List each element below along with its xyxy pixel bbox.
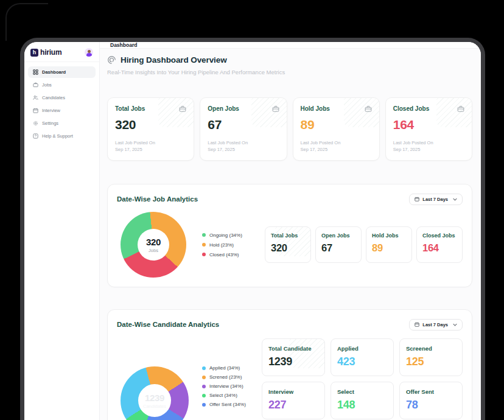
content: Hiring Dashboard Overview Real-Time Insi…: [100, 49, 481, 420]
sidebar-item-label: Help & Support: [42, 133, 73, 139]
topbar: Dashboard: [100, 42, 481, 49]
jobs-donut-chart: 320 Jobs: [121, 212, 186, 278]
sidebar-item-label: Interview: [42, 108, 60, 113]
job-analytics-panel: Date-Wise Job Analytics Last 7 Days 320 …: [107, 184, 472, 287]
job-range-label: Last 7 Days: [422, 197, 448, 202]
legend-dot: [202, 243, 206, 247]
jobs-legend: Ongoing (34%) Hold (23%) Closed (43%): [202, 233, 242, 257]
overview-heading: Hiring Dashboard Overview: [107, 55, 472, 65]
candidates-donut-chart: 1239 Candidates: [121, 366, 189, 420]
sidebar-item-jobs[interactable]: Jobs: [28, 79, 96, 91]
stat-card-title: Hold Jobs: [301, 105, 330, 112]
sidebar-item-candidates[interactable]: Candidates: [28, 92, 96, 103]
stat-card-note: Last Job Posted OnSep 17, 2025: [301, 140, 372, 153]
sidebar-item-dashboard[interactable]: Dashboard: [28, 66, 96, 78]
card-total-candidate: Total Candidate 1239: [262, 338, 325, 376]
stat-card-value: 164: [393, 117, 464, 132]
stat-card-title: Open Jobs: [208, 105, 239, 112]
stat-card-note: Last Job Posted OnSep 17, 2025: [208, 140, 279, 153]
sidebar-item-label: Settings: [42, 121, 58, 126]
candidate-analytics-title: Date-Wise Candidate Analytics: [117, 321, 219, 328]
stat-card-value: 67: [208, 117, 279, 132]
background-corner-accent: [5, 3, 48, 41]
briefcase-icon: [33, 82, 38, 88]
stat-card-note: Last Job Posted OnSep 17, 2025: [393, 140, 464, 153]
card-screened: Screened 125: [399, 338, 463, 376]
user-avatar[interactable]: [85, 48, 93, 57]
legend-item-hold: Hold (23%): [202, 242, 242, 248]
jobs-mini-cards: Total Jobs 320 Open Jobs 67 Hold Jobs 89: [265, 226, 463, 263]
mini-card-hold-jobs: Hold Jobs 89: [366, 226, 412, 263]
stat-card-hold-jobs: Hold Jobs 89 Last Job Posted OnSep 17, 2…: [293, 97, 380, 161]
overview-subtitle: Real-Time Insights Into Your Hiring Pipe…: [107, 69, 472, 75]
job-analytics-title: Date-Wise Job Analytics: [117, 195, 198, 203]
candidates-donut-value: 1239: [145, 393, 164, 403]
briefcase-icon: [457, 105, 464, 113]
legend-item-select: Select (34%): [202, 393, 246, 398]
legend-item-ongoing: Ongoing (34%): [202, 233, 242, 238]
brand-name: hirium: [40, 48, 61, 57]
candidate-analytics-panel: Date-Wise Candidate Analytics Last 7 Day…: [107, 309, 472, 420]
legend-dot: [202, 403, 206, 407]
legend-dot: [202, 366, 206, 370]
gear-icon: [33, 121, 38, 126]
chevron-down-icon: [453, 323, 457, 326]
help-icon: [33, 133, 38, 139]
candidate-range-label: Last 7 Days: [422, 322, 448, 327]
legend-dot: [202, 376, 206, 379]
sidebar-item-help[interactable]: Help & Support: [28, 130, 96, 142]
calendar-icon: [415, 197, 419, 201]
sidebar-item-interview[interactable]: Interview: [28, 105, 96, 116]
legend-dot: [202, 394, 206, 397]
candidate-range-dropdown[interactable]: Last 7 Days: [409, 319, 463, 331]
stat-card-value: 89: [301, 117, 372, 132]
stat-card-total-jobs: Total Jobs 320 Last Job Posted OnSep 17,…: [107, 97, 194, 161]
legend-item-offer-sent: Offer Sent (34%): [202, 402, 246, 407]
card-interview: Interview 227: [262, 382, 325, 419]
calendar-icon: [415, 322, 419, 327]
legend-item-screened: Screned (23%): [202, 374, 246, 380]
calendar-icon: [33, 108, 38, 113]
sidebar-item-settings[interactable]: Settings: [28, 117, 96, 129]
legend-item-closed: Closed (43%): [202, 252, 242, 257]
grid-icon: [33, 69, 38, 75]
briefcase-icon: [179, 105, 186, 113]
sidebar: h hirium Dashboard Jobs Candidates Inter…: [24, 42, 100, 420]
mini-card-total-jobs: Total Jobs 320: [265, 226, 311, 263]
sidebar-nav: Dashboard Jobs Candidates Interview Sett…: [24, 62, 99, 147]
logo-icon: h: [30, 49, 38, 57]
candidates-donut-label: Candidates: [143, 404, 166, 409]
legend-dot: [202, 385, 206, 388]
main-area: Dashboard Hiring Dashboard Overview Real…: [100, 42, 481, 420]
card-offer-sent: Offer Sent 78: [399, 382, 463, 419]
sidebar-item-label: Dashboard: [42, 69, 66, 75]
card-select: Select 148: [331, 382, 394, 419]
logo-row: h hirium: [24, 42, 99, 62]
overview-title: Hiring Dashboard Overview: [121, 55, 227, 65]
page-title: Dashboard: [110, 42, 137, 48]
sidebar-item-label: Candidates: [42, 95, 65, 100]
stat-card-title: Closed Jobs: [393, 105, 429, 112]
device-window: h hirium Dashboard Jobs Candidates Inter…: [20, 38, 485, 420]
mini-card-open-jobs: Open Jobs 67: [315, 226, 362, 263]
stat-card-open-jobs: Open Jobs 67 Last Job Posted OnSep 17, 2…: [200, 97, 287, 161]
job-range-dropdown[interactable]: Last 7 Days: [409, 194, 463, 205]
candidates-legend: Applied (34%) Screned (23%) Interview (3…: [202, 365, 246, 407]
stat-card-title: Total Jobs: [115, 105, 145, 112]
stat-cards-row: Total Jobs 320 Last Job Posted OnSep 17,…: [107, 97, 472, 161]
legend-item-applied: Applied (34%): [202, 365, 246, 371]
legend-item-interview: Interview (34%): [202, 383, 246, 389]
card-applied: Applied 423: [331, 338, 394, 376]
jobs-donut-value: 320: [146, 237, 161, 247]
candidate-cards: Total Candidate 1239 Applied 423 Screene…: [262, 338, 463, 419]
stat-card-value: 320: [115, 117, 186, 132]
sidebar-item-label: Jobs: [42, 82, 52, 88]
mini-card-closed-jobs: Closed Jobs 164: [416, 226, 463, 263]
stat-card-note: Last Job Posted OnSep 17, 2025: [115, 140, 186, 153]
users-icon: [33, 95, 38, 100]
legend-dot: [202, 253, 206, 256]
swirl-icon: [107, 55, 116, 65]
stat-card-closed-jobs: Closed Jobs 164 Last Job Posted OnSep 17…: [385, 97, 472, 161]
briefcase-icon: [272, 105, 279, 113]
briefcase-icon: [365, 105, 372, 113]
